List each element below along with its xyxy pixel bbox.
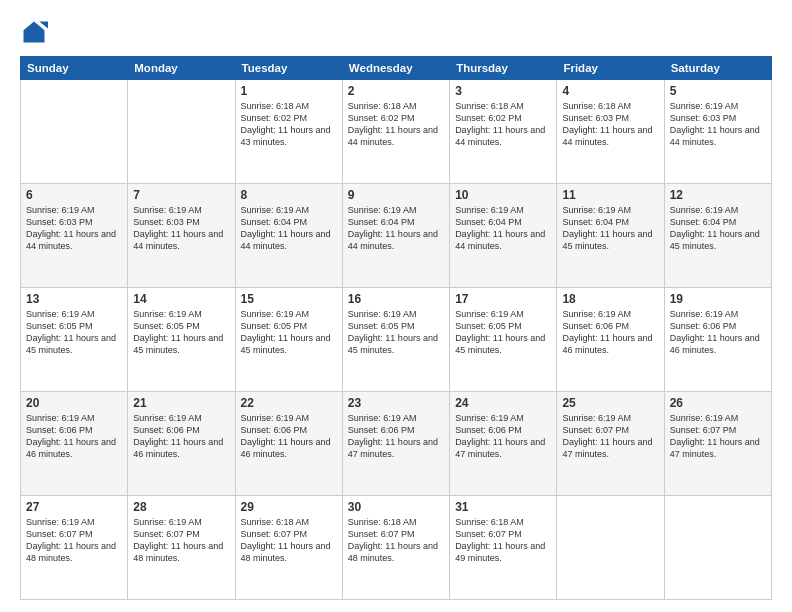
day-info: Sunrise: 6:18 AM Sunset: 6:07 PM Dayligh… <box>348 516 444 565</box>
calendar-cell: 6Sunrise: 6:19 AM Sunset: 6:03 PM Daylig… <box>21 184 128 288</box>
day-number: 10 <box>455 188 551 202</box>
day-number: 27 <box>26 500 122 514</box>
day-info: Sunrise: 6:18 AM Sunset: 6:02 PM Dayligh… <box>455 100 551 149</box>
day-info: Sunrise: 6:18 AM Sunset: 6:07 PM Dayligh… <box>455 516 551 565</box>
day-info: Sunrise: 6:19 AM Sunset: 6:06 PM Dayligh… <box>562 308 658 357</box>
day-number: 21 <box>133 396 229 410</box>
day-info: Sunrise: 6:19 AM Sunset: 6:06 PM Dayligh… <box>26 412 122 461</box>
day-info: Sunrise: 6:18 AM Sunset: 6:07 PM Dayligh… <box>241 516 337 565</box>
day-info: Sunrise: 6:19 AM Sunset: 6:04 PM Dayligh… <box>455 204 551 253</box>
day-number: 26 <box>670 396 766 410</box>
calendar-cell: 16Sunrise: 6:19 AM Sunset: 6:05 PM Dayli… <box>342 288 449 392</box>
day-number: 17 <box>455 292 551 306</box>
day-info: Sunrise: 6:19 AM Sunset: 6:03 PM Dayligh… <box>133 204 229 253</box>
calendar-cell: 10Sunrise: 6:19 AM Sunset: 6:04 PM Dayli… <box>450 184 557 288</box>
day-number: 25 <box>562 396 658 410</box>
day-info: Sunrise: 6:19 AM Sunset: 6:04 PM Dayligh… <box>348 204 444 253</box>
day-info: Sunrise: 6:19 AM Sunset: 6:05 PM Dayligh… <box>348 308 444 357</box>
day-number: 16 <box>348 292 444 306</box>
day-number: 22 <box>241 396 337 410</box>
day-info: Sunrise: 6:19 AM Sunset: 6:03 PM Dayligh… <box>26 204 122 253</box>
calendar-cell: 9Sunrise: 6:19 AM Sunset: 6:04 PM Daylig… <box>342 184 449 288</box>
day-number: 7 <box>133 188 229 202</box>
day-number: 20 <box>26 396 122 410</box>
svg-marker-0 <box>24 22 45 43</box>
calendar-cell: 3Sunrise: 6:18 AM Sunset: 6:02 PM Daylig… <box>450 80 557 184</box>
day-info: Sunrise: 6:19 AM Sunset: 6:06 PM Dayligh… <box>670 308 766 357</box>
logo <box>20 18 52 46</box>
calendar-week-5: 27Sunrise: 6:19 AM Sunset: 6:07 PM Dayli… <box>21 496 772 600</box>
day-number: 1 <box>241 84 337 98</box>
day-number: 31 <box>455 500 551 514</box>
calendar-header-friday: Friday <box>557 57 664 80</box>
day-info: Sunrise: 6:19 AM Sunset: 6:04 PM Dayligh… <box>670 204 766 253</box>
calendar-cell: 31Sunrise: 6:18 AM Sunset: 6:07 PM Dayli… <box>450 496 557 600</box>
day-number: 14 <box>133 292 229 306</box>
calendar-cell: 8Sunrise: 6:19 AM Sunset: 6:04 PM Daylig… <box>235 184 342 288</box>
calendar-header-saturday: Saturday <box>664 57 771 80</box>
calendar-cell: 11Sunrise: 6:19 AM Sunset: 6:04 PM Dayli… <box>557 184 664 288</box>
day-number: 13 <box>26 292 122 306</box>
calendar-week-2: 6Sunrise: 6:19 AM Sunset: 6:03 PM Daylig… <box>21 184 772 288</box>
day-info: Sunrise: 6:19 AM Sunset: 6:06 PM Dayligh… <box>133 412 229 461</box>
calendar-header-wednesday: Wednesday <box>342 57 449 80</box>
day-number: 23 <box>348 396 444 410</box>
day-number: 24 <box>455 396 551 410</box>
calendar-header-thursday: Thursday <box>450 57 557 80</box>
calendar-cell: 18Sunrise: 6:19 AM Sunset: 6:06 PM Dayli… <box>557 288 664 392</box>
calendar-week-4: 20Sunrise: 6:19 AM Sunset: 6:06 PM Dayli… <box>21 392 772 496</box>
day-info: Sunrise: 6:19 AM Sunset: 6:05 PM Dayligh… <box>455 308 551 357</box>
calendar-header-row: SundayMondayTuesdayWednesdayThursdayFrid… <box>21 57 772 80</box>
day-info: Sunrise: 6:19 AM Sunset: 6:06 PM Dayligh… <box>241 412 337 461</box>
calendar-week-1: 1Sunrise: 6:18 AM Sunset: 6:02 PM Daylig… <box>21 80 772 184</box>
calendar-header-tuesday: Tuesday <box>235 57 342 80</box>
day-number: 5 <box>670 84 766 98</box>
calendar-cell: 17Sunrise: 6:19 AM Sunset: 6:05 PM Dayli… <box>450 288 557 392</box>
calendar-header-monday: Monday <box>128 57 235 80</box>
day-info: Sunrise: 6:18 AM Sunset: 6:03 PM Dayligh… <box>562 100 658 149</box>
calendar-cell: 5Sunrise: 6:19 AM Sunset: 6:03 PM Daylig… <box>664 80 771 184</box>
calendar-cell: 26Sunrise: 6:19 AM Sunset: 6:07 PM Dayli… <box>664 392 771 496</box>
calendar-cell: 15Sunrise: 6:19 AM Sunset: 6:05 PM Dayli… <box>235 288 342 392</box>
calendar-cell: 12Sunrise: 6:19 AM Sunset: 6:04 PM Dayli… <box>664 184 771 288</box>
day-info: Sunrise: 6:19 AM Sunset: 6:06 PM Dayligh… <box>455 412 551 461</box>
calendar-cell <box>128 80 235 184</box>
calendar-table: SundayMondayTuesdayWednesdayThursdayFrid… <box>20 56 772 600</box>
day-info: Sunrise: 6:18 AM Sunset: 6:02 PM Dayligh… <box>241 100 337 149</box>
day-number: 28 <box>133 500 229 514</box>
calendar-cell: 30Sunrise: 6:18 AM Sunset: 6:07 PM Dayli… <box>342 496 449 600</box>
day-info: Sunrise: 6:18 AM Sunset: 6:02 PM Dayligh… <box>348 100 444 149</box>
day-number: 6 <box>26 188 122 202</box>
calendar-cell: 25Sunrise: 6:19 AM Sunset: 6:07 PM Dayli… <box>557 392 664 496</box>
calendar-cell: 4Sunrise: 6:18 AM Sunset: 6:03 PM Daylig… <box>557 80 664 184</box>
calendar-cell: 20Sunrise: 6:19 AM Sunset: 6:06 PM Dayli… <box>21 392 128 496</box>
day-number: 11 <box>562 188 658 202</box>
day-number: 8 <box>241 188 337 202</box>
page: SundayMondayTuesdayWednesdayThursdayFrid… <box>0 0 792 612</box>
day-info: Sunrise: 6:19 AM Sunset: 6:07 PM Dayligh… <box>562 412 658 461</box>
calendar-cell: 27Sunrise: 6:19 AM Sunset: 6:07 PM Dayli… <box>21 496 128 600</box>
calendar-week-3: 13Sunrise: 6:19 AM Sunset: 6:05 PM Dayli… <box>21 288 772 392</box>
calendar-cell: 29Sunrise: 6:18 AM Sunset: 6:07 PM Dayli… <box>235 496 342 600</box>
calendar-cell: 2Sunrise: 6:18 AM Sunset: 6:02 PM Daylig… <box>342 80 449 184</box>
day-info: Sunrise: 6:19 AM Sunset: 6:05 PM Dayligh… <box>133 308 229 357</box>
day-number: 9 <box>348 188 444 202</box>
calendar-cell: 13Sunrise: 6:19 AM Sunset: 6:05 PM Dayli… <box>21 288 128 392</box>
day-info: Sunrise: 6:19 AM Sunset: 6:06 PM Dayligh… <box>348 412 444 461</box>
calendar-cell: 24Sunrise: 6:19 AM Sunset: 6:06 PM Dayli… <box>450 392 557 496</box>
calendar-cell <box>21 80 128 184</box>
day-number: 4 <box>562 84 658 98</box>
calendar-header-sunday: Sunday <box>21 57 128 80</box>
day-info: Sunrise: 6:19 AM Sunset: 6:04 PM Dayligh… <box>562 204 658 253</box>
calendar-cell: 21Sunrise: 6:19 AM Sunset: 6:06 PM Dayli… <box>128 392 235 496</box>
calendar-cell: 28Sunrise: 6:19 AM Sunset: 6:07 PM Dayli… <box>128 496 235 600</box>
calendar-cell: 7Sunrise: 6:19 AM Sunset: 6:03 PM Daylig… <box>128 184 235 288</box>
day-info: Sunrise: 6:19 AM Sunset: 6:04 PM Dayligh… <box>241 204 337 253</box>
day-info: Sunrise: 6:19 AM Sunset: 6:07 PM Dayligh… <box>26 516 122 565</box>
day-info: Sunrise: 6:19 AM Sunset: 6:07 PM Dayligh… <box>670 412 766 461</box>
day-number: 19 <box>670 292 766 306</box>
day-number: 29 <box>241 500 337 514</box>
day-info: Sunrise: 6:19 AM Sunset: 6:03 PM Dayligh… <box>670 100 766 149</box>
day-number: 30 <box>348 500 444 514</box>
calendar-cell <box>664 496 771 600</box>
